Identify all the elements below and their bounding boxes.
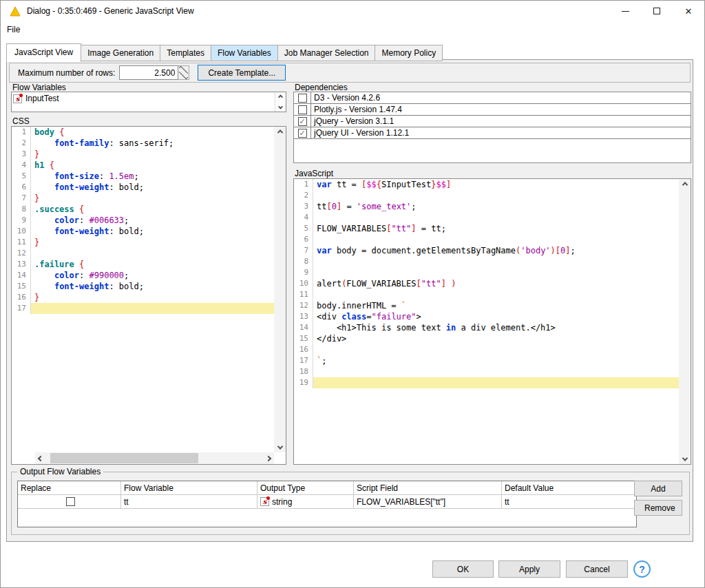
ok-button[interactable]: OK bbox=[432, 560, 494, 578]
tab-templates[interactable]: Templates bbox=[160, 45, 211, 61]
code-line[interactable]: 3tt[0] = 'some_text'; bbox=[294, 201, 679, 212]
code-line[interactable]: 16 bbox=[294, 344, 679, 355]
dependency-checkbox[interactable]: ✓ bbox=[298, 117, 307, 126]
js-editor-vscrollbar[interactable] bbox=[679, 179, 691, 464]
minimize-button[interactable] bbox=[609, 1, 641, 21]
code-line[interactable]: 18 bbox=[294, 366, 679, 377]
dependency-checkbox[interactable] bbox=[298, 105, 307, 114]
line-number: 5 bbox=[12, 171, 31, 182]
line-number: 7 bbox=[294, 245, 313, 256]
scroll-left-icon bbox=[38, 455, 43, 461]
code-line[interactable]: 5 font-size: 1.5em; bbox=[12, 171, 274, 182]
dependency-label: Plotly.js - Version 1.47.4 bbox=[311, 105, 402, 114]
cancel-button[interactable]: Cancel bbox=[566, 560, 628, 578]
tab-job-manager-selection[interactable]: Job Manager Selection bbox=[277, 45, 376, 61]
dependencies-label: Dependencies bbox=[295, 83, 348, 92]
hscroll-thumb[interactable] bbox=[50, 453, 198, 463]
close-icon: ✕ bbox=[685, 7, 693, 16]
dependency-row[interactable]: ✓jQuery UI - Version 1.12.1 bbox=[294, 127, 691, 139]
code-line[interactable]: 14 color: #990000; bbox=[12, 270, 274, 281]
remove-button[interactable]: Remove bbox=[634, 500, 682, 516]
code-line[interactable]: 10alert(FLOW_VARIABLES["tt"] ) bbox=[294, 278, 679, 289]
code-line[interactable]: 4 bbox=[294, 212, 679, 223]
css-label: CSS bbox=[12, 116, 30, 126]
javascript-editor[interactable]: 1var tt = [$${SInputTest}$$]23tt[0] = 's… bbox=[293, 178, 691, 465]
output-type-cell: sstring bbox=[257, 495, 354, 508]
flow-variables-scrollbar[interactable] bbox=[275, 92, 286, 112]
css-editor-vscrollbar[interactable] bbox=[274, 127, 286, 452]
code-line[interactable]: 3} bbox=[12, 149, 274, 160]
dependency-checkbox[interactable] bbox=[298, 94, 307, 103]
code-line[interactable]: 8.success { bbox=[12, 204, 274, 215]
scroll-down-icon bbox=[278, 105, 283, 109]
code-line[interactable]: 19 bbox=[294, 377, 679, 388]
code-line[interactable]: 6 font-weight: bold; bbox=[12, 182, 274, 193]
dependency-row[interactable]: ✓jQuery - Version 3.1.1 bbox=[294, 116, 691, 127]
code-line[interactable]: 17`; bbox=[294, 355, 679, 366]
code-line[interactable]: 12 bbox=[12, 248, 274, 259]
tab-memory-policy[interactable]: Memory Policy bbox=[375, 45, 443, 61]
column-header: Replace bbox=[18, 481, 121, 494]
maximize-button[interactable] bbox=[641, 1, 673, 21]
close-button[interactable]: ✕ bbox=[673, 1, 704, 21]
replace-checkbox[interactable] bbox=[66, 497, 75, 506]
code-line[interactable]: 2 bbox=[294, 190, 679, 201]
line-number: 17 bbox=[12, 303, 31, 314]
help-button[interactable]: ? bbox=[633, 560, 651, 578]
code-line[interactable]: 1body { bbox=[12, 127, 274, 138]
menu-file[interactable]: File bbox=[1, 23, 26, 36]
code-line[interactable]: 15 font-weight: bold; bbox=[12, 281, 274, 292]
code-line[interactable]: 16} bbox=[12, 292, 274, 303]
apply-button[interactable]: Apply bbox=[498, 560, 560, 578]
knime-app-icon bbox=[9, 6, 21, 17]
line-number: 13 bbox=[12, 259, 31, 270]
table-row[interactable]: ttsstringFLOW_VARIABLES["tt"]tt bbox=[18, 495, 636, 509]
code-line[interactable]: 12body.innerHTML = ` bbox=[294, 300, 679, 311]
dependency-row[interactable]: D3 - Version 4.2.6 bbox=[294, 92, 691, 104]
tab-image-generation[interactable]: Image Generation bbox=[81, 45, 160, 61]
code-line[interactable]: 9 bbox=[294, 267, 679, 278]
code-line[interactable]: 11} bbox=[12, 237, 274, 248]
flow-variable-name: InputTest bbox=[25, 94, 59, 103]
code-line[interactable]: 17 bbox=[12, 303, 274, 314]
code-line[interactable]: 13.failure { bbox=[12, 259, 274, 270]
create-template-button[interactable]: Create Template... bbox=[198, 65, 286, 81]
tab-flow-variables[interactable]: Flow Variables bbox=[211, 45, 278, 61]
column-header: Output Type bbox=[257, 481, 354, 494]
max-rows-input[interactable] bbox=[119, 65, 178, 80]
dialog-window: Dialog - 0:35:0:469 - Generic JavaScript… bbox=[0, 0, 705, 588]
code-line[interactable]: 10 font-weight: bold; bbox=[12, 226, 274, 237]
column-header: Script Field bbox=[354, 481, 502, 494]
code-line[interactable]: 9 color: #006633; bbox=[12, 215, 274, 226]
flow-variables-list: sInputTest bbox=[11, 92, 286, 112]
flow-variable-item[interactable]: sInputTest bbox=[12, 92, 275, 105]
code-line[interactable]: 8 bbox=[294, 256, 679, 267]
line-number: 13 bbox=[294, 311, 313, 322]
code-line[interactable]: 6 bbox=[294, 234, 679, 245]
code-line[interactable]: 7} bbox=[12, 193, 274, 204]
dependency-label: D3 - Version 4.2.6 bbox=[311, 93, 380, 103]
code-line[interactable]: 14 <h1>This is some text in a div elemen… bbox=[294, 322, 679, 333]
line-number: 2 bbox=[294, 190, 313, 201]
code-line[interactable]: 1var tt = [$${SInputTest}$$] bbox=[294, 179, 679, 190]
dependency-checkbox[interactable]: ✓ bbox=[298, 129, 307, 138]
code-line[interactable]: 4h1 { bbox=[12, 160, 274, 171]
add-button[interactable]: Add bbox=[634, 481, 682, 496]
code-text: font-weight: bold; bbox=[31, 281, 274, 292]
tab-javascript-view[interactable]: JavaScript View bbox=[6, 43, 81, 62]
line-number: 10 bbox=[294, 278, 313, 289]
code-text bbox=[31, 303, 274, 314]
code-line[interactable]: 2 font-family: sans-serif; bbox=[12, 138, 274, 149]
code-line[interactable]: 7var body = document.getElementsByTagNam… bbox=[294, 245, 679, 256]
code-line[interactable]: 5FLOW_VARIABLES["tt"] = tt; bbox=[294, 223, 679, 234]
window-title: Dialog - 0:35:0:469 - Generic JavaScript… bbox=[27, 6, 194, 16]
css-editor-hscrollbar[interactable] bbox=[35, 452, 274, 464]
code-line[interactable]: 15</div> bbox=[294, 333, 679, 344]
code-text: alert(FLOW_VARIABLES["tt"] ) bbox=[313, 278, 679, 289]
code-line[interactable]: 13<div class="failure"> bbox=[294, 311, 679, 322]
dependency-row[interactable]: Plotly.js - Version 1.47.4 bbox=[294, 104, 691, 116]
code-line[interactable]: 11 bbox=[294, 289, 679, 300]
css-editor[interactable]: 1body {2 font-family: sans-serif;3}4h1 {… bbox=[11, 126, 286, 465]
line-number: 12 bbox=[12, 248, 31, 259]
line-number: 3 bbox=[294, 201, 313, 212]
